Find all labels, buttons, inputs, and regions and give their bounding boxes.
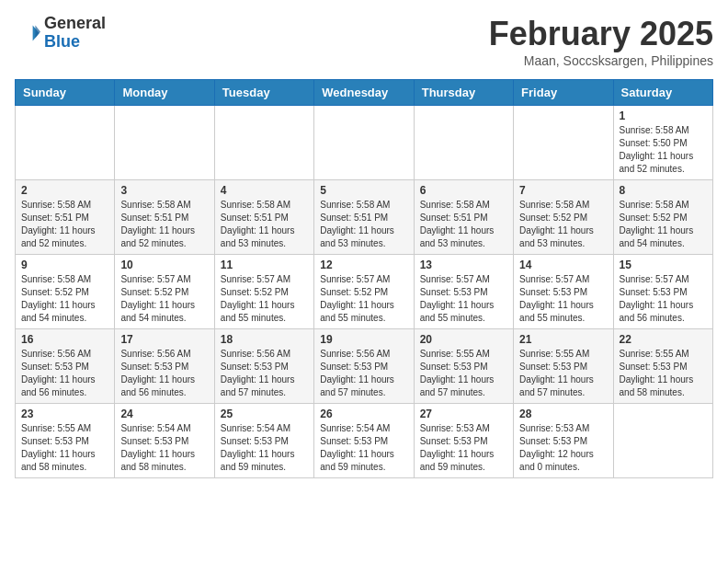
day-number: 23 <box>21 408 108 420</box>
calendar-week-row: 1Sunrise: 5:58 AM Sunset: 5:50 PM Daylig… <box>16 106 713 180</box>
calendar-cell: 1Sunrise: 5:58 AM Sunset: 5:50 PM Daylig… <box>613 106 712 180</box>
day-info: Sunrise: 5:57 AM Sunset: 5:53 PM Dayligh… <box>620 273 707 325</box>
day-info: Sunrise: 5:58 AM Sunset: 5:50 PM Dayligh… <box>620 124 707 176</box>
day-number: 12 <box>320 259 407 271</box>
month-title: February 2025 <box>489 15 713 53</box>
calendar-cell: 12Sunrise: 5:57 AM Sunset: 5:52 PM Dayli… <box>314 255 414 329</box>
day-info: Sunrise: 5:58 AM Sunset: 5:51 PM Dayligh… <box>320 199 407 250</box>
calendar-cell: 17Sunrise: 5:56 AM Sunset: 5:53 PM Dayli… <box>115 329 214 404</box>
day-number: 24 <box>120 408 208 420</box>
calendar-cell <box>414 106 513 180</box>
day-number: 14 <box>519 259 607 271</box>
day-info: Sunrise: 5:53 AM Sunset: 5:53 PM Dayligh… <box>519 422 607 474</box>
day-number: 1 <box>620 109 707 122</box>
day-info: Sunrise: 5:58 AM Sunset: 5:52 PM Dayligh… <box>519 199 607 250</box>
calendar-cell <box>613 404 712 478</box>
calendar-cell: 19Sunrise: 5:56 AM Sunset: 5:53 PM Dayli… <box>314 329 414 404</box>
calendar-cell: 4Sunrise: 5:58 AM Sunset: 5:51 PM Daylig… <box>214 180 313 255</box>
day-number: 20 <box>420 333 507 346</box>
weekday-header-friday: Friday <box>514 80 613 106</box>
calendar-week-row: 16Sunrise: 5:56 AM Sunset: 5:53 PM Dayli… <box>16 329 713 404</box>
calendar-cell: 22Sunrise: 5:55 AM Sunset: 5:53 PM Dayli… <box>613 329 712 404</box>
day-number: 26 <box>320 408 407 420</box>
day-number: 28 <box>519 408 607 420</box>
day-info: Sunrise: 5:56 AM Sunset: 5:53 PM Dayligh… <box>21 348 108 399</box>
calendar-cell: 25Sunrise: 5:54 AM Sunset: 5:53 PM Dayli… <box>214 404 313 478</box>
logo-blue-text: Blue <box>44 32 80 51</box>
day-info: Sunrise: 5:55 AM Sunset: 5:53 PM Dayligh… <box>420 348 507 399</box>
weekday-header-sunday: Sunday <box>16 80 115 106</box>
day-number: 7 <box>519 184 607 197</box>
day-number: 4 <box>221 184 308 197</box>
day-info: Sunrise: 5:54 AM Sunset: 5:53 PM Dayligh… <box>221 422 308 474</box>
day-number: 22 <box>620 333 707 346</box>
day-info: Sunrise: 5:56 AM Sunset: 5:53 PM Dayligh… <box>320 348 407 399</box>
day-number: 16 <box>21 333 108 346</box>
calendar-cell: 8Sunrise: 5:58 AM Sunset: 5:52 PM Daylig… <box>613 180 712 255</box>
calendar-cell: 15Sunrise: 5:57 AM Sunset: 5:53 PM Dayli… <box>613 255 712 329</box>
day-info: Sunrise: 5:58 AM Sunset: 5:52 PM Dayligh… <box>21 273 108 325</box>
weekday-header-thursday: Thursday <box>414 80 513 106</box>
day-info: Sunrise: 5:57 AM Sunset: 5:52 PM Dayligh… <box>120 273 208 325</box>
calendar-cell: 9Sunrise: 5:58 AM Sunset: 5:52 PM Daylig… <box>16 255 115 329</box>
calendar-cell: 13Sunrise: 5:57 AM Sunset: 5:53 PM Dayli… <box>414 255 513 329</box>
calendar-cell <box>314 106 414 180</box>
day-number: 25 <box>221 408 308 420</box>
weekday-header-wednesday: Wednesday <box>314 80 414 106</box>
day-number: 8 <box>620 184 707 197</box>
day-number: 13 <box>420 259 507 271</box>
day-number: 6 <box>420 184 507 197</box>
calendar-cell <box>214 106 313 180</box>
calendar-cell: 28Sunrise: 5:53 AM Sunset: 5:53 PM Dayli… <box>514 404 613 478</box>
day-info: Sunrise: 5:56 AM Sunset: 5:53 PM Dayligh… <box>221 348 308 399</box>
day-info: Sunrise: 5:58 AM Sunset: 5:52 PM Dayligh… <box>620 199 707 250</box>
day-info: Sunrise: 5:55 AM Sunset: 5:53 PM Dayligh… <box>519 348 607 399</box>
calendar-cell: 18Sunrise: 5:56 AM Sunset: 5:53 PM Dayli… <box>214 329 313 404</box>
calendar-cell: 16Sunrise: 5:56 AM Sunset: 5:53 PM Dayli… <box>16 329 115 404</box>
day-info: Sunrise: 5:57 AM Sunset: 5:52 PM Dayligh… <box>320 273 407 325</box>
day-number: 27 <box>420 408 507 420</box>
calendar-cell: 27Sunrise: 5:53 AM Sunset: 5:53 PM Dayli… <box>414 404 513 478</box>
calendar-cell: 10Sunrise: 5:57 AM Sunset: 5:52 PM Dayli… <box>115 255 214 329</box>
calendar-cell: 2Sunrise: 5:58 AM Sunset: 5:51 PM Daylig… <box>16 180 115 255</box>
day-number: 9 <box>21 259 108 271</box>
day-number: 17 <box>120 333 208 346</box>
calendar-cell <box>115 106 214 180</box>
calendar-cell <box>16 106 115 180</box>
calendar-week-row: 2Sunrise: 5:58 AM Sunset: 5:51 PM Daylig… <box>16 180 713 255</box>
weekday-header-tuesday: Tuesday <box>214 80 313 106</box>
day-number: 18 <box>221 333 308 346</box>
day-info: Sunrise: 5:54 AM Sunset: 5:53 PM Dayligh… <box>120 422 208 474</box>
day-number: 11 <box>221 259 308 271</box>
day-info: Sunrise: 5:54 AM Sunset: 5:53 PM Dayligh… <box>320 422 407 474</box>
day-info: Sunrise: 5:56 AM Sunset: 5:53 PM Dayligh… <box>120 348 208 399</box>
day-info: Sunrise: 5:55 AM Sunset: 5:53 PM Dayligh… <box>21 422 108 474</box>
day-number: 15 <box>620 259 707 271</box>
day-info: Sunrise: 5:58 AM Sunset: 5:51 PM Dayligh… <box>420 199 507 250</box>
day-number: 21 <box>519 333 607 346</box>
day-info: Sunrise: 5:58 AM Sunset: 5:51 PM Dayligh… <box>221 199 308 250</box>
day-number: 2 <box>21 184 108 197</box>
day-number: 5 <box>320 184 407 197</box>
day-info: Sunrise: 5:57 AM Sunset: 5:53 PM Dayligh… <box>420 273 507 325</box>
day-info: Sunrise: 5:57 AM Sunset: 5:52 PM Dayligh… <box>221 273 308 325</box>
calendar-table: SundayMondayTuesdayWednesdayThursdayFrid… <box>15 79 713 478</box>
calendar-cell: 7Sunrise: 5:58 AM Sunset: 5:52 PM Daylig… <box>514 180 613 255</box>
calendar-cell: 24Sunrise: 5:54 AM Sunset: 5:53 PM Dayli… <box>115 404 214 478</box>
day-info: Sunrise: 5:58 AM Sunset: 5:51 PM Dayligh… <box>120 199 208 250</box>
location-subtitle: Maan, Soccsksargen, Philippines <box>489 53 713 68</box>
weekday-header-row: SundayMondayTuesdayWednesdayThursdayFrid… <box>16 80 713 106</box>
calendar-cell: 14Sunrise: 5:57 AM Sunset: 5:53 PM Dayli… <box>514 255 613 329</box>
page-header: General Blue February 2025 Maan, Soccsks… <box>15 15 713 68</box>
title-block: February 2025 Maan, Soccsksargen, Philip… <box>489 15 713 68</box>
calendar-week-row: 23Sunrise: 5:55 AM Sunset: 5:53 PM Dayli… <box>16 404 713 478</box>
calendar-cell: 20Sunrise: 5:55 AM Sunset: 5:53 PM Dayli… <box>414 329 513 404</box>
weekday-header-saturday: Saturday <box>613 80 712 106</box>
calendar-cell: 11Sunrise: 5:57 AM Sunset: 5:52 PM Dayli… <box>214 255 313 329</box>
day-number: 3 <box>120 184 208 197</box>
calendar-cell: 21Sunrise: 5:55 AM Sunset: 5:53 PM Dayli… <box>514 329 613 404</box>
logo-general-text: General <box>44 14 106 32</box>
day-number: 19 <box>320 333 407 346</box>
weekday-header-monday: Monday <box>115 80 214 106</box>
logo-icon <box>15 20 40 46</box>
